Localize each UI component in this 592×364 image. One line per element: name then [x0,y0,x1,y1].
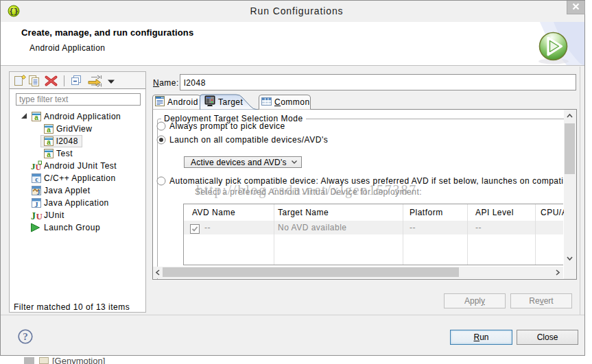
svg-text:J: J [37,189,40,196]
svg-text:?: ? [23,331,28,342]
svg-text:J: J [35,201,38,208]
svg-text:J: J [31,211,36,221]
svg-text:U: U [36,211,43,221]
svg-text:c: c [35,175,38,183]
